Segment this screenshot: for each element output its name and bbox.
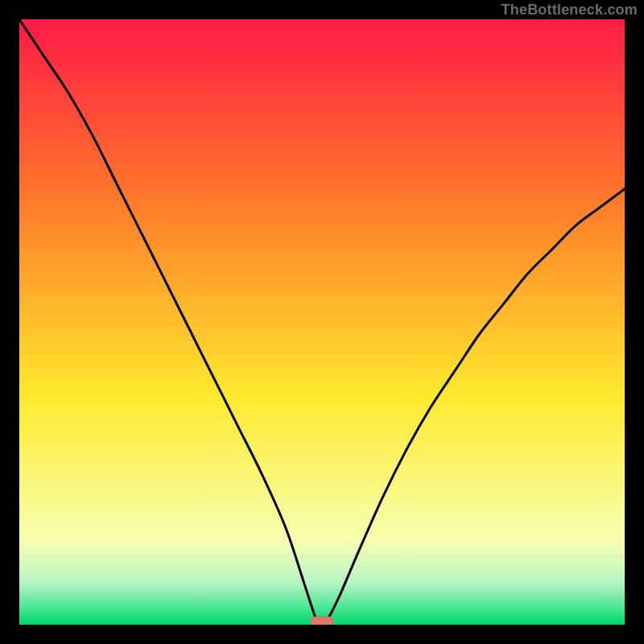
plot-area — [19, 19, 625, 625]
bottleneck-chart — [19, 19, 625, 625]
gradient-background — [19, 19, 625, 625]
watermark-text: TheBottleneck.com — [502, 2, 638, 19]
chart-frame: TheBottleneck.com — [0, 0, 644, 644]
optimum-marker — [311, 617, 333, 625]
